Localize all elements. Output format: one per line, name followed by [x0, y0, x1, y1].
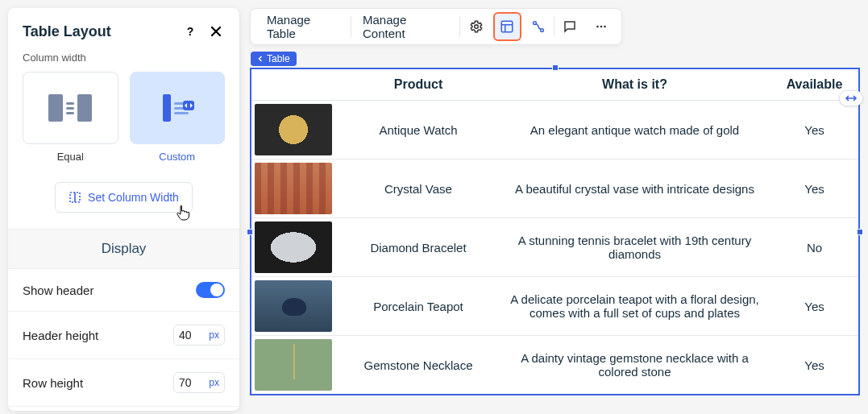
show-header-label: Show header — [23, 284, 93, 297]
equal-width-icon — [48, 94, 92, 122]
cell-desc[interactable]: A beautiful crystal vase with intricate … — [499, 159, 770, 218]
width-mode-custom[interactable]: Custom — [130, 72, 226, 163]
breadcrumb-label: Table — [267, 53, 290, 64]
row-height-input[interactable]: 70 px — [173, 372, 225, 393]
product-thumbnail — [255, 221, 332, 273]
breadcrumb-pill[interactable]: Table — [251, 52, 297, 66]
cell-product[interactable]: Crystal Vase — [338, 159, 499, 218]
manage-table-label: Manage Table — [267, 13, 339, 40]
custom-width-icon — [163, 94, 192, 122]
svg-text:?: ? — [187, 25, 194, 38]
row-height-row: Row height 70 px — [8, 359, 239, 407]
data-table[interactable]: Product What is it? Available Antique Wa… — [250, 68, 860, 395]
panel-title: Table Layout — [23, 23, 111, 40]
canvas-area: Manage Table Manage Content — [240, 0, 868, 414]
cell-available[interactable]: No — [770, 218, 859, 277]
settings-button[interactable] — [462, 12, 490, 41]
header-height-unit: px — [209, 329, 219, 341]
table-row[interactable]: Antique WatchAn elegant antique watch ma… — [251, 101, 859, 159]
more-button[interactable] — [587, 12, 615, 41]
cell-product[interactable]: Diamond Bracelet — [338, 218, 499, 277]
comment-button[interactable] — [556, 12, 584, 41]
table-row[interactable]: Gemstone NecklaceA dainty vintage gemsto… — [251, 336, 859, 395]
product-thumbnail — [255, 163, 332, 214]
row-height-unit: px — [209, 377, 219, 388]
width-mode-equal[interactable]: Equal — [23, 72, 118, 163]
table-row[interactable]: Porcelain TeapotA delicate porcelain tea… — [251, 277, 859, 336]
product-thumbnail — [255, 104, 332, 155]
cell-available[interactable]: Yes — [770, 336, 859, 395]
show-header-row: Show header — [8, 269, 239, 312]
set-column-width-button[interactable]: Set Column Width — [55, 182, 193, 213]
cell-available[interactable]: Yes — [770, 277, 859, 336]
set-column-width-label: Set Column Width — [88, 191, 179, 204]
table-row[interactable]: Crystal VaseA beautiful crystal vase wit… — [251, 159, 859, 218]
cell-product[interactable]: Gemstone Necklace — [338, 336, 499, 395]
more-icon — [594, 19, 608, 34]
svg-rect-6 — [501, 21, 513, 32]
column-resize-handle[interactable] — [839, 90, 863, 106]
svg-point-13 — [604, 26, 606, 28]
help-icon[interactable]: ? — [181, 23, 199, 40]
col-header-image[interactable] — [251, 68, 338, 101]
selection-handle[interactable] — [247, 229, 253, 235]
manage-content-label: Manage Content — [363, 13, 448, 40]
cell-image[interactable] — [251, 101, 338, 159]
cell-desc[interactable]: A stunning tennis bracelet with 19th cen… — [499, 218, 770, 277]
header-height-row: Header height 40 px — [8, 312, 239, 359]
row-height-value: 70 — [179, 376, 192, 389]
layout-icon — [500, 19, 514, 34]
cell-product[interactable]: Antique Watch — [338, 101, 499, 159]
cell-desc[interactable]: A delicate porcelain teapot with a flora… — [499, 277, 770, 336]
animation-icon — [531, 19, 546, 34]
toolbar-divider — [554, 16, 554, 37]
cell-image[interactable] — [251, 277, 338, 336]
cell-product[interactable]: Porcelain Teapot — [338, 277, 499, 336]
chevron-left-icon — [257, 56, 264, 62]
width-custom-label: Custom — [159, 151, 195, 163]
table-row[interactable]: Diamond BraceletA stunning tennis bracel… — [251, 218, 859, 277]
table-selection-frame: Product What is it? Available Antique Wa… — [250, 68, 860, 395]
cell-desc[interactable]: An elegant antique watch made of gold — [499, 101, 770, 159]
selection-handle[interactable] — [857, 229, 863, 235]
horizontal-arrows-icon — [845, 94, 858, 102]
selection-handle[interactable] — [552, 64, 559, 71]
comment-icon — [563, 19, 577, 34]
floating-toolbar: Manage Table Manage Content — [250, 8, 622, 45]
column-width-label: Column width — [8, 52, 239, 72]
width-equal-label: Equal — [57, 151, 84, 163]
header-height-label: Header height — [23, 329, 98, 342]
sidebar-header: Table Layout ? — [8, 8, 239, 52]
row-height-label: Row height — [23, 376, 83, 390]
cell-available[interactable]: Yes — [770, 101, 859, 159]
column-width-icon — [69, 191, 81, 204]
col-header-desc[interactable]: What is it? — [499, 68, 770, 101]
header-height-input[interactable]: 40 px — [173, 325, 225, 346]
header-height-value: 40 — [179, 329, 192, 342]
cell-image[interactable] — [251, 336, 338, 395]
cell-image[interactable] — [251, 218, 338, 277]
animation-button[interactable] — [525, 12, 553, 41]
sidebar-panel: Table Layout ? Column width — [8, 8, 240, 411]
width-mode-cards: Equal Custom — [8, 72, 239, 171]
product-thumbnail — [255, 339, 332, 391]
gear-icon — [469, 19, 484, 34]
toolbar-divider — [459, 16, 460, 37]
cell-desc[interactable]: A dainty vintage gemstone necklace with … — [499, 336, 770, 395]
cell-available[interactable]: Yes — [770, 159, 859, 218]
product-thumbnail — [255, 280, 332, 332]
show-header-toggle[interactable] — [196, 282, 225, 298]
svg-point-10 — [540, 29, 543, 32]
svg-point-12 — [600, 26, 602, 28]
svg-point-5 — [474, 25, 478, 29]
col-header-product[interactable]: Product — [338, 68, 499, 101]
svg-point-11 — [596, 26, 599, 28]
cell-image[interactable] — [251, 159, 338, 218]
manage-table-button[interactable]: Manage Table — [255, 9, 351, 44]
display-section-heading: Display — [8, 229, 239, 269]
manage-content-button[interactable]: Manage Content — [351, 9, 459, 44]
close-icon[interactable] — [207, 23, 225, 40]
svg-point-9 — [533, 22, 536, 25]
layout-button[interactable] — [493, 12, 521, 41]
table-header-row: Product What is it? Available — [251, 68, 859, 101]
